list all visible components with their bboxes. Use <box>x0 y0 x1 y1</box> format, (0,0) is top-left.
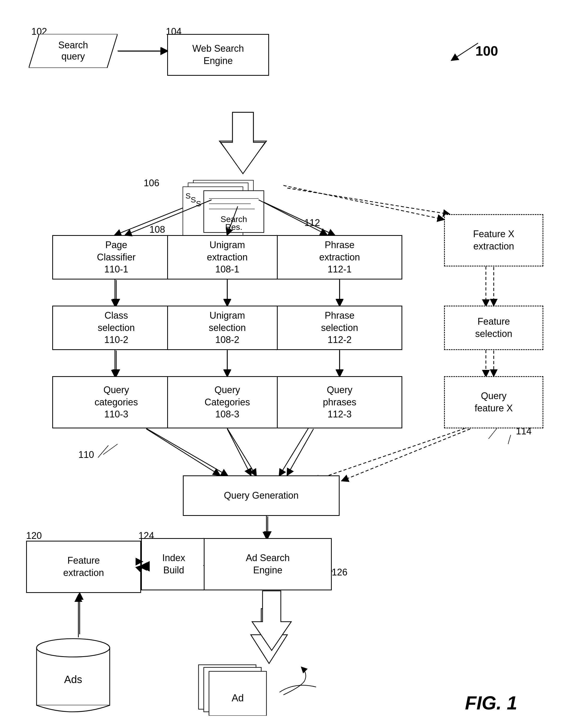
arrows-svg <box>0 0 576 728</box>
query-categories-110-box: Query categories 110-3 <box>52 376 180 428</box>
svg-marker-5 <box>220 112 266 172</box>
feature-x-extraction-label: Feature X extraction <box>473 228 514 253</box>
feature-selection-box: Feature selection <box>444 305 543 350</box>
label-126: 126 <box>332 567 347 578</box>
svg-line-9 <box>287 188 449 214</box>
label-114: 114 <box>516 426 531 437</box>
ad-search-engine-label: Ad Search Engine <box>246 552 290 577</box>
diagram: 102 Search query 104 Web Search Engine 1… <box>0 0 576 728</box>
page-classifier-box: Page Classifier 110-1 <box>52 235 180 280</box>
unigram-extraction-label: Unigram extraction 108-1 <box>207 239 248 275</box>
web-search-engine-label: Web Search Engine <box>192 42 244 67</box>
feature-selection-label: Feature selection <box>475 316 512 340</box>
ads-cylinder: Ads <box>31 635 125 718</box>
query-feature-x-box: Query feature X <box>444 376 543 428</box>
phrase-extraction-box: Phrase extraction 112-1 <box>277 235 402 280</box>
svg-point-46 <box>36 639 110 657</box>
feature-extraction-bottom-label: Feature extraction <box>63 555 104 579</box>
query-categories-110-label: Query categories 110-3 <box>94 384 138 420</box>
n100-arrow <box>444 40 486 64</box>
label-108: 108 <box>149 224 165 235</box>
feature-x-extraction-box: Feature X extraction <box>444 214 543 266</box>
query-generation-label: Query Generation <box>224 490 298 502</box>
ad-search-engine-box: Ad Search Engine <box>204 538 332 590</box>
query-feature-x-label: Query feature X <box>474 390 513 414</box>
svg-text:query: query <box>61 51 85 62</box>
label-112: 112 <box>304 217 320 228</box>
svg-text:Search: Search <box>58 40 88 51</box>
svg-text:Res.: Res. <box>225 222 242 232</box>
query-categories-108-box: Query Categories 108-3 <box>167 376 287 428</box>
query-generation-box: Query Generation <box>183 475 340 516</box>
class-selection-label: Class selection 110-2 <box>98 310 135 346</box>
svg-line-21 <box>314 428 465 481</box>
class-selection-box: Class selection 110-2 <box>52 305 180 350</box>
svg-line-32 <box>452 43 478 60</box>
svg-text:S: S <box>196 199 201 208</box>
svg-marker-25 <box>251 609 287 664</box>
index-build-box: Index Build <box>141 538 206 590</box>
phrase-selection-label: Phrase selection 112-2 <box>321 310 358 346</box>
svg-text:S: S <box>185 192 191 200</box>
query-phrases-label: Query phrases 112-3 <box>323 384 356 420</box>
web-search-engine-box: Web Search Engine <box>167 34 269 76</box>
query-phrases-box: Query phrases 112-3 <box>277 376 402 428</box>
svg-line-27 <box>103 444 118 455</box>
svg-line-19 <box>227 428 256 475</box>
search-query-shape: Search query <box>29 34 118 68</box>
label-120: 120 <box>26 530 42 541</box>
unigram-selection-box: Unigram selection 108-2 <box>167 305 287 350</box>
svg-text:Ad: Ad <box>232 693 244 703</box>
unigram-selection-label: Unigram selection 108-2 <box>209 310 246 346</box>
fig-label: FIG. 1 <box>465 692 517 714</box>
label-106: 106 <box>144 178 160 188</box>
index-build-label: Index Build <box>162 552 185 577</box>
page-classifier-label: Page Classifier 110-1 <box>97 239 136 275</box>
phrase-extraction-label: Phrase extraction 112-1 <box>319 239 360 275</box>
n128-arrow <box>274 676 326 708</box>
unigram-extraction-box: Unigram extraction 108-1 <box>167 235 287 280</box>
svg-text:S: S <box>191 195 196 204</box>
phrase-selection-box: Phrase selection 112-2 <box>277 305 402 350</box>
feature-extraction-bottom-box: Feature extraction <box>26 541 141 593</box>
svg-line-20 <box>280 428 308 475</box>
svg-line-18 <box>146 428 227 475</box>
svg-text:Ads: Ads <box>64 674 82 685</box>
search-results-pages: Search Res. S S S <box>178 178 287 235</box>
label-110: 110 <box>78 449 94 460</box>
query-categories-108-label: Query Categories 108-3 <box>205 384 250 420</box>
